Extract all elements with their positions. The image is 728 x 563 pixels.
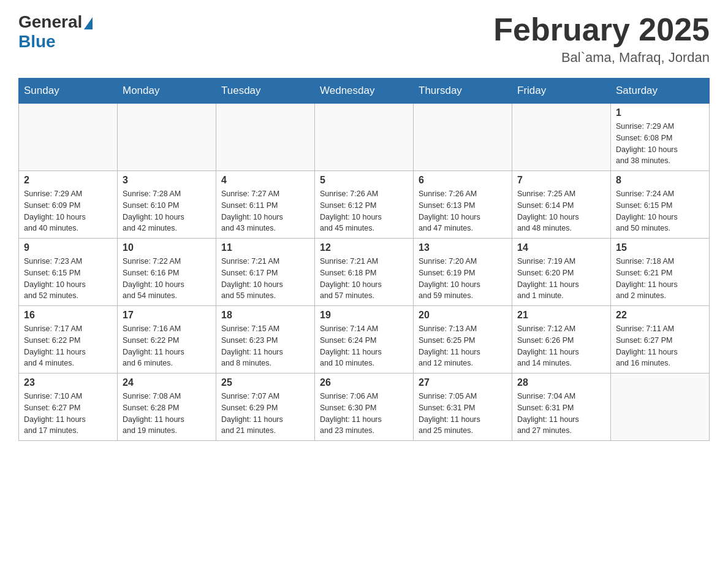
day-info: Sunrise: 7:20 AMSunset: 6:19 PMDaylight:… [419,256,507,302]
day-number: 27 [419,377,507,388]
day-info: Sunrise: 7:27 AMSunset: 6:11 PMDaylight:… [221,188,309,234]
calendar-cell: 25Sunrise: 7:07 AMSunset: 6:29 PMDayligh… [216,373,315,441]
day-number: 20 [419,310,507,321]
weekday-header-saturday: Saturday [611,79,710,104]
calendar-cell [414,104,512,171]
day-number: 22 [616,310,704,321]
weekday-header-tuesday: Tuesday [216,79,315,104]
day-info: Sunrise: 7:29 AMSunset: 6:09 PMDaylight:… [24,188,112,234]
calendar-cell: 10Sunrise: 7:22 AMSunset: 6:16 PMDayligh… [118,239,216,306]
calendar-cell: 23Sunrise: 7:10 AMSunset: 6:27 PMDayligh… [19,373,118,441]
title-section: February 2025 Bal`ama, Mafraq, Jordan [493,12,710,66]
calendar-week-row: 1Sunrise: 7:29 AMSunset: 6:08 PMDaylight… [19,104,710,171]
weekday-header-wednesday: Wednesday [315,79,414,104]
month-title: February 2025 [493,12,710,47]
day-info: Sunrise: 7:29 AMSunset: 6:08 PMDaylight:… [616,121,704,167]
calendar-cell: 2Sunrise: 7:29 AMSunset: 6:09 PMDaylight… [19,171,118,239]
day-number: 26 [320,377,408,388]
logo-blue-text: Blue [18,32,56,52]
calendar-cell [118,104,216,171]
day-number: 16 [24,310,112,321]
day-info: Sunrise: 7:22 AMSunset: 6:16 PMDaylight:… [123,256,211,302]
day-info: Sunrise: 7:06 AMSunset: 6:30 PMDaylight:… [320,391,408,437]
day-info: Sunrise: 7:13 AMSunset: 6:25 PMDaylight:… [419,323,507,369]
day-info: Sunrise: 7:16 AMSunset: 6:22 PMDaylight:… [123,323,211,369]
day-number: 8 [616,175,704,186]
calendar-cell: 22Sunrise: 7:11 AMSunset: 6:27 PMDayligh… [611,306,710,373]
day-info: Sunrise: 7:12 AMSunset: 6:26 PMDaylight:… [517,323,605,369]
day-info: Sunrise: 7:23 AMSunset: 6:15 PMDaylight:… [24,256,112,302]
calendar-cell [19,104,118,171]
calendar-cell: 18Sunrise: 7:15 AMSunset: 6:23 PMDayligh… [216,306,315,373]
day-info: Sunrise: 7:04 AMSunset: 6:31 PMDaylight:… [517,391,605,437]
calendar-cell [216,104,315,171]
day-number: 21 [517,310,605,321]
day-info: Sunrise: 7:17 AMSunset: 6:22 PMDaylight:… [24,323,112,369]
day-info: Sunrise: 7:14 AMSunset: 6:24 PMDaylight:… [320,323,408,369]
day-number: 3 [123,175,211,186]
day-number: 11 [221,242,309,253]
day-number: 1 [616,107,704,118]
calendar-week-row: 23Sunrise: 7:10 AMSunset: 6:27 PMDayligh… [19,373,710,441]
day-info: Sunrise: 7:07 AMSunset: 6:29 PMDaylight:… [221,391,309,437]
day-number: 15 [616,242,704,253]
weekday-header-monday: Monday [118,79,216,104]
calendar-cell: 6Sunrise: 7:26 AMSunset: 6:13 PMDaylight… [414,171,512,239]
day-info: Sunrise: 7:21 AMSunset: 6:18 PMDaylight:… [320,256,408,302]
calendar-week-row: 16Sunrise: 7:17 AMSunset: 6:22 PMDayligh… [19,306,710,373]
day-number: 6 [419,175,507,186]
day-info: Sunrise: 7:11 AMSunset: 6:27 PMDaylight:… [616,323,704,369]
day-number: 18 [221,310,309,321]
day-info: Sunrise: 7:26 AMSunset: 6:12 PMDaylight:… [320,188,408,234]
calendar-cell: 1Sunrise: 7:29 AMSunset: 6:08 PMDaylight… [611,104,710,171]
calendar-cell: 17Sunrise: 7:16 AMSunset: 6:22 PMDayligh… [118,306,216,373]
day-number: 17 [123,310,211,321]
calendar-cell: 26Sunrise: 7:06 AMSunset: 6:30 PMDayligh… [315,373,414,441]
day-info: Sunrise: 7:10 AMSunset: 6:27 PMDaylight:… [24,391,112,437]
day-info: Sunrise: 7:26 AMSunset: 6:13 PMDaylight:… [419,188,507,234]
day-number: 10 [123,242,211,253]
day-number: 2 [24,175,112,186]
logo-general-text: General [18,12,82,32]
calendar-cell: 11Sunrise: 7:21 AMSunset: 6:17 PMDayligh… [216,239,315,306]
weekday-header-friday: Friday [512,79,611,104]
day-info: Sunrise: 7:15 AMSunset: 6:23 PMDaylight:… [221,323,309,369]
day-info: Sunrise: 7:19 AMSunset: 6:20 PMDaylight:… [517,256,605,302]
day-number: 23 [24,377,112,388]
calendar-cell [611,373,710,441]
calendar-cell: 12Sunrise: 7:21 AMSunset: 6:18 PMDayligh… [315,239,414,306]
day-number: 5 [320,175,408,186]
calendar-cell: 8Sunrise: 7:24 AMSunset: 6:15 PMDaylight… [611,171,710,239]
day-number: 4 [221,175,309,186]
calendar-cell: 3Sunrise: 7:28 AMSunset: 6:10 PMDaylight… [118,171,216,239]
calendar-cell: 16Sunrise: 7:17 AMSunset: 6:22 PMDayligh… [19,306,118,373]
calendar-cell [315,104,414,171]
day-info: Sunrise: 7:08 AMSunset: 6:28 PMDaylight:… [123,391,211,437]
day-number: 14 [517,242,605,253]
calendar-cell: 24Sunrise: 7:08 AMSunset: 6:28 PMDayligh… [118,373,216,441]
logo: General Blue [18,12,93,52]
day-number: 24 [123,377,211,388]
calendar-cell: 4Sunrise: 7:27 AMSunset: 6:11 PMDaylight… [216,171,315,239]
calendar-cell: 20Sunrise: 7:13 AMSunset: 6:25 PMDayligh… [414,306,512,373]
weekday-header-row: SundayMondayTuesdayWednesdayThursdayFrid… [19,79,710,104]
calendar-cell: 28Sunrise: 7:04 AMSunset: 6:31 PMDayligh… [512,373,611,441]
calendar-cell [512,104,611,171]
calendar-cell: 19Sunrise: 7:14 AMSunset: 6:24 PMDayligh… [315,306,414,373]
day-info: Sunrise: 7:24 AMSunset: 6:15 PMDaylight:… [616,188,704,234]
day-number: 25 [221,377,309,388]
day-info: Sunrise: 7:28 AMSunset: 6:10 PMDaylight:… [123,188,211,234]
day-number: 12 [320,242,408,253]
weekday-header-sunday: Sunday [19,79,118,104]
calendar-week-row: 9Sunrise: 7:23 AMSunset: 6:15 PMDaylight… [19,239,710,306]
day-info: Sunrise: 7:21 AMSunset: 6:17 PMDaylight:… [221,256,309,302]
calendar-cell: 5Sunrise: 7:26 AMSunset: 6:12 PMDaylight… [315,171,414,239]
day-number: 9 [24,242,112,253]
calendar-cell: 27Sunrise: 7:05 AMSunset: 6:31 PMDayligh… [414,373,512,441]
calendar-cell: 7Sunrise: 7:25 AMSunset: 6:14 PMDaylight… [512,171,611,239]
day-info: Sunrise: 7:18 AMSunset: 6:21 PMDaylight:… [616,256,704,302]
logo-triangle-icon [84,17,93,29]
location-title: Bal`ama, Mafraq, Jordan [493,50,710,66]
calendar-cell: 9Sunrise: 7:23 AMSunset: 6:15 PMDaylight… [19,239,118,306]
calendar-cell: 13Sunrise: 7:20 AMSunset: 6:19 PMDayligh… [414,239,512,306]
